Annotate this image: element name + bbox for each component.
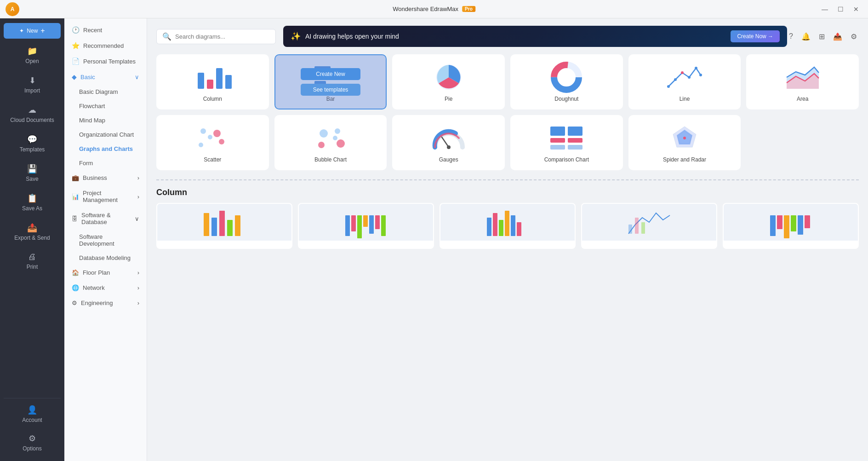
svg-rect-44: [235, 215, 240, 236]
project-mgmt-arrow-icon: ›: [137, 193, 139, 200]
account-icon: 👤: [27, 405, 37, 415]
export-icon: 📤: [27, 223, 37, 233]
avatar[interactable]: A: [6, 2, 19, 16]
template-thumb-1: [157, 204, 291, 241]
engineering-arrow-icon: ›: [137, 300, 139, 306]
sidebar-item-options[interactable]: ⚙ Options: [4, 429, 61, 456]
chart-card-doughnut[interactable]: Doughnut: [510, 54, 623, 109]
sidebar-item-print[interactable]: 🖨 Print: [4, 248, 61, 275]
floor-plan-arrow-icon: ›: [137, 269, 139, 276]
sidebar-item-save[interactable]: 💾 Save: [4, 159, 61, 187]
see-templates-button[interactable]: See templates: [301, 84, 360, 96]
sidebar-software-dev[interactable]: Software Development: [64, 230, 147, 251]
gauges-chart-label: Gauges: [439, 156, 458, 163]
svg-point-21: [219, 139, 224, 144]
bell-icon[interactable]: 🔔: [799, 30, 812, 43]
search-input[interactable]: [175, 33, 270, 40]
sidebar-mind-map[interactable]: Mind Map: [64, 113, 147, 127]
recommended-icon: ⭐: [72, 42, 80, 49]
svg-rect-57: [517, 222, 521, 236]
sidebar-item-open[interactable]: 📁 Open: [4, 41, 61, 69]
chart-card-bubble[interactable]: Bubble Chart: [274, 115, 387, 170]
svg-rect-3: [225, 75, 232, 89]
sidebar-project-mgmt[interactable]: 📊 Project Management ›: [64, 185, 147, 207]
gauges-chart-icon: [430, 123, 467, 153]
template-card-3[interactable]: [440, 203, 576, 249]
sidebar-org-chart[interactable]: Organizational Chart: [64, 127, 147, 142]
svg-rect-61: [770, 215, 776, 236]
sidebar-graphs-charts[interactable]: Graphs and Charts: [64, 142, 147, 156]
template-thumb-4: [582, 204, 716, 241]
svg-rect-60: [641, 222, 645, 234]
svg-point-25: [318, 142, 325, 148]
sidebar-personal-templates[interactable]: 📄 Personal Templates: [64, 53, 147, 69]
sidebar-item-account[interactable]: 👤 Account: [4, 400, 61, 428]
template-card-2[interactable]: [298, 203, 434, 249]
chart-card-gauges[interactable]: Gauges: [392, 115, 505, 170]
basic-chevron-icon: ∨: [135, 74, 139, 81]
chart-card-line[interactable]: Line: [628, 54, 741, 109]
sidebar-flowchart[interactable]: Flowchart: [64, 99, 147, 113]
personal-templates-icon: 📄: [72, 58, 80, 65]
column-chart-label: Column: [203, 96, 222, 102]
sidebar-network[interactable]: 🌐 Network ›: [64, 280, 147, 295]
minimize-button[interactable]: —: [818, 5, 831, 14]
spider-chart-icon: [666, 123, 703, 153]
svg-rect-56: [511, 215, 515, 236]
sidebar-item-import[interactable]: ⬇ Import: [4, 71, 61, 98]
chart-card-area[interactable]: Area: [746, 54, 859, 109]
column-chart-icon: [194, 63, 231, 92]
svg-rect-53: [493, 213, 497, 236]
maximize-button[interactable]: ☐: [834, 5, 847, 14]
chart-card-pie[interactable]: Pie: [392, 54, 505, 109]
svg-rect-59: [635, 218, 639, 234]
sidebar-db-modeling[interactable]: Database Modeling: [64, 251, 147, 265]
chart-card-column[interactable]: Column: [156, 54, 269, 109]
help-icon[interactable]: ?: [787, 30, 795, 42]
area-chart-label: Area: [797, 96, 808, 102]
chart-card-comparison[interactable]: Comparison Chart: [510, 115, 623, 170]
close-button[interactable]: ✕: [850, 5, 862, 14]
sidebar-item-templates[interactable]: 💬 Templates: [4, 130, 61, 157]
svg-rect-64: [791, 215, 796, 231]
options-icon: ⚙: [29, 433, 36, 444]
sidebar-form[interactable]: Form: [64, 156, 147, 170]
spider-chart-label: Spider and Radar: [663, 156, 706, 163]
pie-chart-label: Pie: [445, 96, 452, 102]
sidebar-item-export[interactable]: 📤 Export & Send: [4, 218, 61, 246]
template-card-4[interactable]: [581, 203, 717, 249]
svg-point-11: [667, 85, 670, 88]
apps-icon[interactable]: ⊞: [817, 30, 827, 43]
floor-plan-icon: 🏠: [72, 269, 79, 276]
sidebar-recent[interactable]: 🕐 Recent: [64, 22, 147, 38]
sidebar-business[interactable]: 💼 Business ›: [64, 170, 147, 185]
search-bar[interactable]: 🔍: [156, 29, 276, 44]
create-now-button[interactable]: Create Now →: [731, 30, 780, 42]
svg-point-12: [674, 78, 677, 81]
engineering-icon: ⚙: [72, 300, 77, 306]
sidebar-basic-diagram[interactable]: Basic Diagram: [64, 85, 147, 99]
sidebar-item-saveas[interactable]: 📋 Save As: [4, 189, 61, 216]
chart-card-spider[interactable]: Spider and Radar: [628, 115, 741, 170]
svg-rect-48: [363, 215, 368, 227]
sidebar-floor-plan[interactable]: 🏠 Floor Plan ›: [64, 265, 147, 280]
template-card-5[interactable]: [723, 203, 859, 249]
sidebar-item-new[interactable]: ✦ New +: [4, 23, 61, 39]
share-icon[interactable]: 📤: [831, 30, 844, 43]
svg-rect-0: [198, 73, 204, 89]
sidebar-recommended[interactable]: ⭐ Recommended: [64, 38, 147, 53]
second-sidebar: 🕐 Recent ⭐ Recommended 📄 Personal Templa…: [64, 18, 147, 461]
template-card-1[interactable]: [156, 203, 292, 249]
template-grid: [156, 203, 859, 249]
new-plus-icon: +: [40, 27, 45, 35]
sidebar-basic-header[interactable]: ◆ Basic ∨: [64, 69, 147, 85]
create-new-button[interactable]: Create New: [301, 68, 360, 80]
sidebar-item-cloud[interactable]: ☁ Cloud Documents: [4, 100, 61, 128]
chart-card-bar[interactable]: Create New See templates Bar: [274, 54, 387, 109]
settings-icon[interactable]: ⚙: [849, 30, 859, 43]
svg-rect-45: [345, 215, 350, 236]
chart-card-scatter[interactable]: Scatter: [156, 115, 269, 170]
sidebar-software-db-header[interactable]: 🗄 Software & Database ∨: [64, 207, 147, 230]
scatter-chart-icon: [194, 123, 231, 153]
sidebar-engineering[interactable]: ⚙ Engineering ›: [64, 295, 147, 311]
